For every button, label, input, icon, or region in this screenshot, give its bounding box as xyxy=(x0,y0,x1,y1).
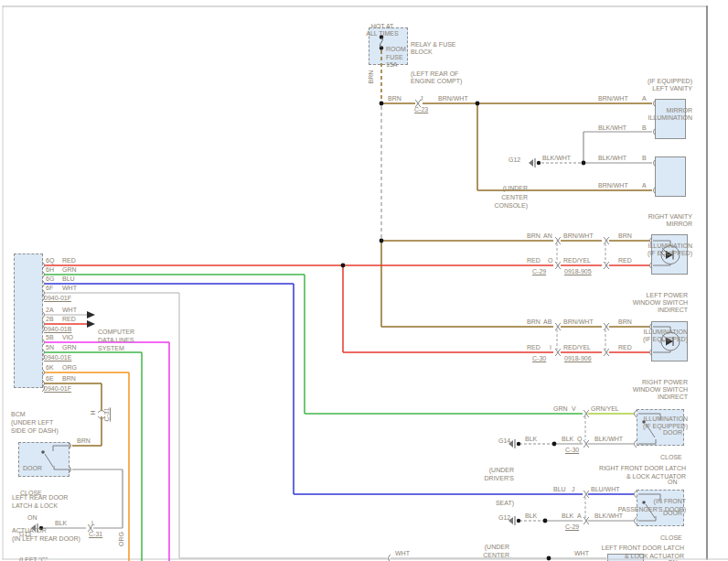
connector-ref-0940-01f[interactable]: 0940-01F xyxy=(44,385,71,393)
pin-i: I xyxy=(550,344,551,351)
pin-b: B xyxy=(642,124,647,132)
pin-a: A xyxy=(642,182,647,189)
wire-label-brnwht: BRN/WHT xyxy=(563,232,594,240)
g12-bottom-label: G12 xyxy=(498,514,510,522)
right-vanity-mirror-box xyxy=(655,156,686,197)
connector-ref-0918-906[interactable]: 0918-906 xyxy=(564,355,592,362)
connector-ref-0940-01b[interactable]: 0940-01B xyxy=(44,326,71,333)
wire-label-blk: BLK xyxy=(55,520,67,527)
left-power-window-title: LEFT POWERWINDOW SWITCHINDIRECT ILLUMINA… xyxy=(590,277,688,358)
g12-top-address: (UNDERCENTERCONSOLE) xyxy=(476,167,528,228)
bcm-connector-box xyxy=(14,254,43,388)
relay-fuse-block-label: RELAY & FUSEBLOCK (LEFT REAR OFENGINE CO… xyxy=(411,27,462,100)
connector-ref-0940-01f[interactable]: 0940-01F xyxy=(44,295,71,302)
wire-label-wht: WHT xyxy=(395,550,410,557)
pin-o: O xyxy=(548,257,552,264)
g12-bottom-address: (UNDERCENTER CONSOLE) xyxy=(457,526,509,561)
red-wires xyxy=(44,265,649,352)
pin-v: V xyxy=(572,405,576,413)
wire-label-red: RED xyxy=(527,344,541,351)
brn-feed-wire-label: BRN xyxy=(368,66,375,88)
bcm-pin-id: 6Q xyxy=(46,257,54,264)
connector-ref-0918-905[interactable]: 0918-905 xyxy=(564,268,592,275)
bcm-label: BCM(UNDER LEFTSIDE OF DASH) xyxy=(11,394,59,451)
pin-q: Q xyxy=(577,436,582,443)
bcm-pin-id: 2A xyxy=(46,307,54,314)
wire-label-grn: GRN xyxy=(553,405,568,413)
wire-label-grnyel: GRN/YEL xyxy=(591,405,619,413)
g14-address: (UNDERDRIVER'S SEAT) xyxy=(462,449,514,523)
bcm-pin-id: 5B xyxy=(46,334,54,341)
connector-ref-c23[interactable]: C-23 xyxy=(414,106,428,113)
bcm-pin-color: GRN xyxy=(62,266,77,274)
g14-label: G14 xyxy=(498,437,510,445)
bcm-pin-id: 5N xyxy=(46,344,54,351)
wire-label-blk: BLK xyxy=(525,436,537,443)
bcm-pin-color: WHT xyxy=(62,285,77,292)
wire-label-brnwht: BRN/WHT xyxy=(563,318,594,326)
pin-j: J xyxy=(572,486,575,493)
wire-label-blkwht: BLK/WHT xyxy=(598,124,626,132)
bcm-pin-color: RED xyxy=(62,257,76,264)
connector-ref-0940-01e[interactable]: 0940-01E xyxy=(44,354,71,361)
wire-label-blkwht: BLK/WHT xyxy=(594,512,623,520)
bcm-pin-id: 6H xyxy=(46,266,54,274)
bcm-pin-id: 6F xyxy=(46,285,53,292)
computer-data-lines-label: COMPUTERDATA LINESSYSTEM xyxy=(98,311,134,369)
connector-ref-c29[interactable]: C-29 xyxy=(532,268,546,275)
wire-label-blkwht: BLK/WHT xyxy=(594,436,623,443)
wire-label-blk: BLK xyxy=(525,512,537,520)
wire-label-red: RED xyxy=(618,257,632,264)
wire-label-brnwht: BRN/WHT xyxy=(598,182,628,189)
connector-pin-l: L xyxy=(91,520,95,527)
wire-label-brn: BRN xyxy=(77,437,91,445)
bcm-pin-color: WHT xyxy=(62,307,77,314)
wire-label-blkwht: BLK/WHT xyxy=(598,155,626,162)
connector-ref-c31[interactable]: C-31 xyxy=(103,404,111,426)
connector-ref-c30[interactable]: C-30 xyxy=(532,355,546,362)
wire-label-brnwht: BRN/WHT xyxy=(598,95,628,102)
g12-top-label: G12 xyxy=(509,156,520,164)
wire-label-red: RED xyxy=(527,257,541,264)
wire-label-blk: BLK xyxy=(562,512,573,520)
bcm-pin-color: BRN xyxy=(62,375,76,383)
g13-label: G13 xyxy=(19,531,31,538)
connector-ref-c31[interactable]: C-31 xyxy=(89,531,102,538)
connector-pin-j: J xyxy=(420,95,423,102)
bcm-pin-id: 6E xyxy=(46,375,54,383)
wire-label-redyel: RED/YEL xyxy=(563,344,591,351)
pin-b: B xyxy=(642,155,647,162)
left-front-door-latch-label: LEFT FRONT DOOR LATCH& LOCK ACTUATOR (IN… xyxy=(549,527,684,561)
pin-a: A xyxy=(642,95,647,102)
wire-label-brnwht: BRN/WHT xyxy=(438,95,468,102)
bcm-pin-color: RED xyxy=(62,316,76,323)
bcm-pin-color: GRN xyxy=(62,344,77,351)
wire-label-brn: BRN xyxy=(618,232,632,240)
pin-a: A xyxy=(577,512,582,520)
fuse-label: ROOMFUSE15A xyxy=(386,30,406,85)
bcm-pin-color: ORG xyxy=(62,364,77,372)
bcm-pin-id: 6K xyxy=(46,364,54,372)
pin-an: AN xyxy=(543,232,552,240)
g12-top-ground-icon xyxy=(529,158,541,167)
computer-data-arrow-icons xyxy=(87,311,95,328)
wire-label-brn: BRN xyxy=(388,95,401,102)
wire-label-blkwht: BLK/WHT xyxy=(542,155,571,162)
bcm-pin-id: 2B xyxy=(46,316,54,323)
wiring-diagram-canvas: HOT ATALL TIMES ROOMFUSE15A RELAY & FUSE… xyxy=(0,0,728,561)
wire-label-brn: BRN xyxy=(527,318,541,326)
wire-label-blk: BLK xyxy=(562,436,573,443)
bcm-pin-color: VIO xyxy=(62,334,73,341)
bcm-pin-color: BLU xyxy=(62,275,75,283)
wire-label-redyel: RED/YEL xyxy=(563,257,591,264)
wire-label-brn: BRN xyxy=(527,232,541,240)
wire-label-blu: BLU xyxy=(553,486,566,493)
pin-ab: AB xyxy=(543,318,551,326)
g13-address: (LEFT "C"PILLAR) xyxy=(19,539,48,561)
wire-label-brn: BRN xyxy=(618,318,632,326)
right-vanity-title: RIGHT VANITYMIRROR ILLUMINATION(IF EQUIP… xyxy=(599,199,692,272)
wire-label-red: RED xyxy=(618,344,632,351)
connector-pin-h: H xyxy=(90,405,97,420)
org-wire-label: ORG xyxy=(118,528,125,550)
wire-label-wht: WHT xyxy=(574,550,589,557)
